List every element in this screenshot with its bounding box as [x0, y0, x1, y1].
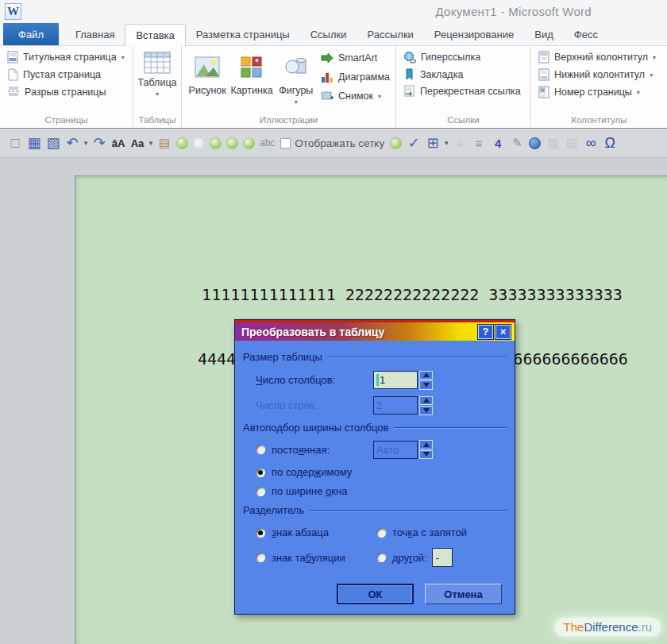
rows-spin-down-button[interactable]	[419, 406, 433, 415]
change-case-icon[interactable]: âA	[111, 134, 125, 152]
other-separator-input[interactable]: -	[432, 548, 453, 567]
fixed-width-spin-down-button[interactable]	[419, 450, 433, 460]
chart-icon	[321, 71, 334, 83]
sort-icon[interactable]: ≡	[453, 134, 467, 152]
radio-separator-paragraph-circle[interactable]	[256, 528, 265, 538]
group-pages: Титульная страница ▾ Пустая страница Раз…	[0, 46, 133, 128]
page-break-button[interactable]: Разрыв страницы	[4, 83, 129, 100]
bookmark-button[interactable]: Закладка	[400, 66, 526, 83]
dialog-title-bar[interactable]: Преобразовать в таблицу ? ×	[235, 320, 515, 341]
redo-icon[interactable]: ↷	[92, 134, 106, 152]
radio-separator-semicolon[interactable]: точка с запятой	[376, 526, 507, 538]
header-icon	[538, 51, 549, 64]
radio-separator-paragraph[interactable]: знак абзаца	[256, 526, 376, 538]
watermark-part-1: The	[564, 620, 584, 634]
new-document-icon[interactable]: □	[8, 134, 22, 152]
crop-icon[interactable]: ▨	[546, 134, 560, 152]
format-brush-icon[interactable]: ✎	[510, 134, 524, 152]
screenshot-button[interactable]: Снимок ▾	[319, 87, 391, 106]
radio-autofit-contents-circle[interactable]	[256, 468, 265, 477]
dialog-close-button[interactable]: ×	[495, 325, 511, 339]
fixed-width-spin-up-button[interactable]	[419, 440, 433, 449]
hyperlink-button[interactable]: Гиперссылка	[400, 48, 526, 66]
save-icon[interactable]: ▦	[27, 134, 41, 152]
group-tables: Таблица ▾ Таблицы	[133, 46, 182, 128]
dialog-help-button[interactable]: ?	[478, 325, 493, 339]
abc-icon[interactable]: abc	[260, 134, 275, 152]
shapes-icon	[284, 56, 308, 78]
page-margin-icon[interactable]: ≡	[472, 134, 486, 152]
translate-icon[interactable]: 4	[491, 134, 505, 152]
toggle-orb-icon[interactable]	[210, 137, 222, 149]
toggle-orb-icon[interactable]	[390, 137, 402, 149]
chart-button[interactable]: Диаграмма	[319, 67, 391, 87]
radio-fixed-width[interactable]: постоянная: Авто	[256, 440, 507, 459]
radio-fixed-width-circle[interactable]	[256, 445, 265, 454]
radio-separator-other[interactable]: другой: -	[376, 548, 507, 567]
rows-spin-up-button[interactable]	[419, 396, 433, 406]
table-grid-caret[interactable]: ▾	[443, 134, 449, 152]
screenshot-icon	[321, 90, 334, 102]
blank-page-button[interactable]: Пустая страница	[4, 66, 129, 83]
columns-count-input[interactable]: 1	[373, 371, 418, 389]
tab-file[interactable]: Файл	[3, 23, 59, 45]
shapes-button[interactable]: Фигуры ▾	[275, 48, 318, 108]
section-table-size: Размер таблицы	[243, 351, 507, 363]
radio-separator-tab[interactable]: знак табуляции	[256, 548, 376, 567]
tab-fess[interactable]: Фесс	[564, 24, 608, 45]
group-label-tables: Таблицы	[133, 114, 181, 128]
table-grid-icon[interactable]: ⊞	[426, 134, 440, 152]
fixed-width-input: Авто	[373, 441, 418, 459]
smartart-button[interactable]: SmartArt	[319, 48, 391, 67]
tab-view[interactable]: Вид	[524, 24, 564, 45]
watermark: TheDifference.ru	[555, 618, 661, 636]
spellcheck-icon[interactable]: ✓	[407, 134, 421, 152]
footer-button[interactable]: Нижний колонтитул ▾	[535, 66, 663, 83]
group-illustrations: Рисунок Картинка Фигуры ▾	[182, 46, 396, 128]
toggle-orb-icon[interactable]	[243, 137, 255, 149]
radio-autofit-window[interactable]: по ширине окна	[256, 485, 507, 497]
group-label-links: Ссылки	[396, 114, 530, 128]
tab-insert[interactable]: Вставка	[125, 24, 185, 46]
tab-review[interactable]: Рецензирование	[424, 24, 524, 45]
radio-separator-semicolon-circle[interactable]	[376, 528, 386, 538]
cancel-button[interactable]: Отмена	[425, 584, 502, 604]
color-wheel-icon[interactable]	[529, 137, 541, 149]
tab-mailings[interactable]: Рассылки	[357, 24, 424, 45]
tab-page-layout[interactable]: Разметка страницы	[186, 24, 300, 45]
page-number-icon	[538, 86, 549, 98]
undo-dropdown-caret[interactable]: ▾	[83, 134, 89, 152]
table-button[interactable]: Таблица ▾	[137, 48, 177, 100]
table-icon	[144, 51, 171, 75]
infinity-icon[interactable]: ∞	[584, 134, 598, 152]
toggle-orb-disabled-icon[interactable]	[193, 137, 205, 149]
ok-button[interactable]: ОК	[337, 584, 414, 604]
radio-separator-other-circle[interactable]	[376, 553, 386, 562]
tab-references[interactable]: Ссылки	[300, 24, 357, 45]
radio-separator-tab-circle[interactable]	[256, 553, 265, 562]
picture-button[interactable]: Рисунок	[186, 48, 229, 98]
font-case-icon[interactable]: Aa	[130, 134, 145, 152]
omega-icon[interactable]: Ω	[603, 134, 617, 152]
mail-page-icon[interactable]: ▤	[157, 134, 172, 152]
page-break-icon	[7, 86, 20, 98]
show-grid-checkbox[interactable]	[280, 138, 291, 148]
clipart-button[interactable]: Картинка	[229, 48, 274, 98]
toggle-orb-icon[interactable]	[176, 137, 188, 149]
toggle-orb-icon[interactable]	[226, 137, 238, 149]
picture-faded-icon[interactable]: ▤	[565, 134, 579, 152]
save-as-icon[interactable]: ▧	[46, 134, 60, 152]
convert-to-table-dialog: Преобразовать в таблицу ? × Размер табли…	[234, 319, 515, 615]
radio-autofit-contents[interactable]: по содержимому	[256, 466, 507, 478]
columns-spin-down-button[interactable]	[419, 380, 433, 390]
font-case-caret[interactable]: ▾	[148, 134, 154, 152]
undo-icon[interactable]: ↶	[65, 134, 79, 152]
cross-reference-button[interactable]: Перекрестная ссылка	[400, 83, 526, 100]
word-window: W Документ1 - Microsoft Word Файл Главна…	[0, 0, 667, 644]
columns-spin-up-button[interactable]	[419, 371, 433, 380]
header-button[interactable]: Верхний колонтитул ▾	[535, 48, 663, 66]
cover-page-button[interactable]: Титульная страница ▾	[4, 48, 129, 66]
tab-home[interactable]: Главная	[65, 24, 125, 45]
radio-autofit-window-circle[interactable]	[256, 487, 265, 496]
page-number-button[interactable]: Номер страницы ▾	[535, 83, 663, 101]
